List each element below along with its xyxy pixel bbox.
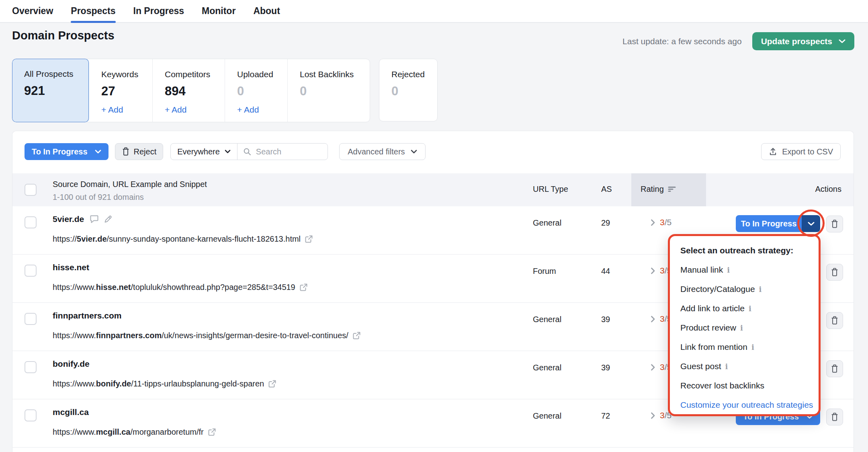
select-all-checkbox[interactable] bbox=[25, 184, 37, 196]
url-cell: https://www.mcgill.ca/morganarboretum/fr bbox=[53, 427, 216, 437]
export-to-csv-button[interactable]: Export to CSV bbox=[761, 143, 841, 160]
card-label: All Prospects bbox=[24, 69, 79, 79]
tab-in-progress[interactable]: In Progress bbox=[133, 0, 184, 22]
row-checkbox[interactable] bbox=[25, 409, 37, 421]
menu-item-directory-catalogue[interactable]: Directory/Cataloguei bbox=[680, 279, 819, 299]
update-prospects-button[interactable]: Update prospects bbox=[752, 32, 854, 50]
chevron-down-icon bbox=[411, 150, 417, 154]
page-title: Domain Prospects bbox=[12, 29, 115, 42]
add-uploaded-link[interactable]: + Add bbox=[237, 105, 259, 115]
domain-name: bonify.de bbox=[53, 359, 90, 369]
external-link-icon[interactable] bbox=[208, 428, 216, 436]
chevron-down-icon bbox=[839, 39, 845, 43]
export-icon bbox=[769, 148, 777, 156]
search-input[interactable] bbox=[255, 147, 311, 157]
tab-about[interactable]: About bbox=[253, 0, 280, 22]
menu-item-guest-post[interactable]: Guest posti bbox=[680, 357, 819, 376]
info-icon[interactable]: i bbox=[751, 343, 754, 351]
url-cell: https://www.finnpartners.com/uk/news-ins… bbox=[53, 331, 361, 340]
advanced-filters-button[interactable]: Advanced filters bbox=[339, 143, 425, 160]
menu-item-recover-lost-backlinks[interactable]: Recover lost backlinks bbox=[680, 376, 819, 395]
info-icon[interactable]: i bbox=[725, 362, 728, 371]
rating-column-highlight: Rating bbox=[631, 173, 706, 206]
menu-item-manual-link[interactable]: Manual linki bbox=[680, 260, 819, 279]
trash-icon bbox=[122, 147, 130, 156]
card-count: 0 bbox=[391, 84, 437, 99]
domain-name: mcgill.ca bbox=[53, 407, 89, 417]
url-type-cell: General bbox=[533, 218, 561, 228]
card-count: 0 bbox=[300, 84, 360, 99]
update-prospects-label: Update prospects bbox=[761, 37, 832, 46]
row-checkbox[interactable] bbox=[25, 265, 37, 277]
delete-row-button[interactable] bbox=[826, 409, 843, 425]
tab-prospects[interactable]: Prospects bbox=[71, 0, 115, 22]
column-rating-sort[interactable]: Rating bbox=[641, 185, 676, 194]
external-link-icon[interactable] bbox=[299, 283, 308, 292]
info-icon[interactable]: i bbox=[749, 304, 751, 313]
card-label: Lost Backlinks bbox=[300, 70, 360, 79]
url-type-cell: Forum bbox=[533, 267, 556, 276]
card-all-prospects[interactable]: All Prospects 921 bbox=[12, 59, 89, 122]
chevron-right-icon[interactable] bbox=[651, 267, 655, 274]
menu-item-link-from-mention[interactable]: Link from mentioni bbox=[680, 337, 819, 357]
delete-row-button[interactable] bbox=[826, 264, 843, 281]
tab-overview[interactable]: Overview bbox=[12, 0, 53, 22]
add-competitors-link[interactable]: + Add bbox=[165, 105, 186, 115]
authority-score-cell: 39 bbox=[601, 315, 610, 324]
add-keywords-link[interactable]: + Add bbox=[101, 105, 123, 115]
authority-score-cell: 29 bbox=[601, 218, 610, 228]
row-checkbox[interactable] bbox=[25, 313, 37, 325]
chevron-down-icon bbox=[95, 150, 101, 154]
card-competitors[interactable]: Competitors 894 + Add bbox=[153, 59, 225, 122]
scope-label: Everywhere bbox=[177, 147, 220, 156]
menu-item-add-link-to-article[interactable]: Add link to articlei bbox=[680, 299, 819, 318]
chevron-right-icon[interactable] bbox=[651, 412, 655, 419]
row-checkbox[interactable] bbox=[25, 216, 37, 228]
chevron-down-icon bbox=[225, 150, 231, 154]
chevron-right-icon[interactable] bbox=[651, 364, 655, 371]
advanced-filters-label: Advanced filters bbox=[348, 147, 405, 156]
card-count: 921 bbox=[24, 84, 79, 98]
card-label: Keywords bbox=[101, 70, 143, 79]
card-rejected[interactable]: Rejected 0 bbox=[379, 59, 438, 121]
authority-score-cell: 39 bbox=[601, 363, 610, 372]
card-lost-backlinks[interactable]: Lost Backlinks 0 bbox=[288, 59, 370, 122]
outreach-strategy-menu: Select an outreach strategy: Manual link… bbox=[668, 234, 821, 416]
delete-row-button[interactable] bbox=[826, 216, 843, 232]
info-icon[interactable]: i bbox=[727, 266, 730, 274]
to-in-progress-bulk-label: To In Progress bbox=[32, 147, 88, 156]
reject-button[interactable]: Reject bbox=[115, 143, 164, 160]
column-authority-score: AS bbox=[601, 185, 612, 194]
domain-name: 5vier.de bbox=[53, 214, 84, 224]
external-link-icon[interactable] bbox=[305, 235, 313, 243]
strategy-dropdown-toggle[interactable] bbox=[802, 215, 820, 232]
card-uploaded[interactable]: Uploaded 0 + Add bbox=[225, 59, 288, 122]
chevron-right-icon[interactable] bbox=[651, 219, 655, 226]
card-keywords[interactable]: Keywords 27 + Add bbox=[89, 59, 153, 122]
comment-icon[interactable] bbox=[90, 215, 99, 224]
action-cell: To In Progress bbox=[736, 215, 820, 232]
info-icon[interactable]: i bbox=[759, 285, 762, 294]
domain-cell: mcgill.ca bbox=[53, 407, 89, 417]
scope-search-group: Everywhere bbox=[170, 143, 328, 160]
searchbox bbox=[237, 147, 328, 157]
row-checkbox[interactable] bbox=[25, 361, 37, 373]
tab-monitor[interactable]: Monitor bbox=[202, 0, 235, 22]
to-in-progress-bulk-button[interactable]: To In Progress bbox=[25, 143, 108, 160]
customize-outreach-strategies-link[interactable]: Customize your outreach strategies bbox=[680, 395, 819, 415]
to-in-progress-label: To In Progress bbox=[736, 215, 802, 232]
edit-pencil-icon[interactable] bbox=[104, 215, 113, 224]
card-count: 894 bbox=[165, 84, 215, 99]
prospect-cards: All Prospects 921 Keywords 27 + Add Comp… bbox=[12, 59, 438, 122]
external-link-icon[interactable] bbox=[268, 380, 276, 388]
domain-cell: bonify.de bbox=[53, 359, 90, 369]
delete-row-button[interactable] bbox=[826, 312, 843, 329]
delete-row-button[interactable] bbox=[826, 360, 843, 377]
menu-item-product-review[interactable]: Product reviewi bbox=[680, 318, 819, 337]
chevron-right-icon[interactable] bbox=[651, 316, 655, 323]
to-in-progress-split-button[interactable]: To In Progress bbox=[736, 215, 820, 232]
external-link-icon[interactable] bbox=[352, 331, 361, 340]
info-icon[interactable]: i bbox=[740, 324, 743, 332]
authority-score-cell: 72 bbox=[601, 411, 610, 421]
scope-dropdown[interactable]: Everywhere bbox=[171, 144, 237, 160]
